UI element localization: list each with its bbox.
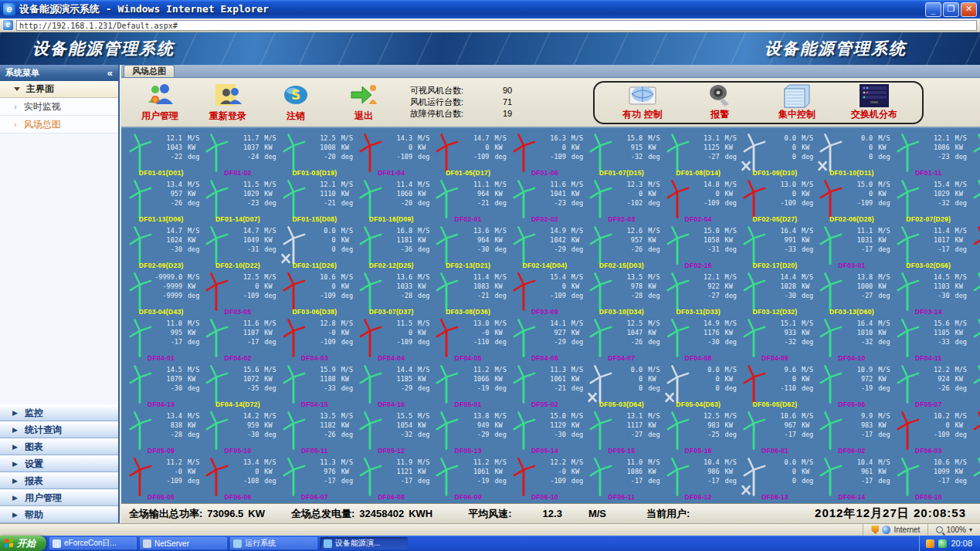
turbine-cell[interactable]: 11.9M/S1121KW-17degDF06-08	[353, 455, 429, 502]
users-shield-button[interactable]: 用户管理	[126, 82, 194, 123]
switch-rack-button[interactable]: 交换机分布	[836, 83, 913, 121]
turbine-cell[interactable]: 15.0M/S1058KW-31degDF02-16	[660, 224, 737, 270]
sidebar-accordion-item[interactable]: ▶图表	[0, 438, 118, 455]
turbine-cell[interactable]: 0.0M/S0KW0degDF05-04(D63)	[660, 363, 737, 409]
turbine-cell[interactable]: 11.2M/S1066KW-19degDF05-01	[429, 363, 506, 409]
sidebar-item-realtime-monitor[interactable]: ›实时监视	[0, 98, 118, 116]
turbine-cell[interactable]: 16.8M/S1181KW-36degDF02-12(D25)	[353, 224, 429, 270]
taskbar-task-button[interactable]: 运行系统	[230, 537, 317, 549]
turbine-cell[interactable]: 12.5M/S1047KW-26degDF04-07	[583, 316, 660, 363]
turbine-cell[interactable]: 10.4M/S986KW-17degDF06-12	[660, 455, 737, 502]
turbine-cell[interactable]: 14.9M/S1042KW-29degDF02-14(D04)	[507, 224, 583, 270]
turbine-cell[interactable]: 15.6M/S1105KW-33degDF04-11	[890, 316, 967, 363]
turbine-cell[interactable]: 12.1M/S1110KW-21degDF01-15(D08)	[276, 177, 353, 224]
power-control-button[interactable]: 有功 控制	[604, 83, 681, 121]
turbine-cell[interactable]: 14.5M/S1103KW-30degDF03-14	[890, 270, 967, 316]
turbine-cell[interactable]: 15.9M/S1188KW-33degDF04-15	[276, 363, 353, 409]
turbine-cell[interactable]: 10.6M/S1099KW-17degDF06-15	[890, 455, 967, 502]
url-input[interactable]: http://192.168.1.231/Default.aspx#	[16, 20, 977, 31]
turbine-cell[interactable]: 12.5M/S1008KW-20degDF01-03(D19)	[276, 131, 353, 177]
turbine-cell[interactable]: 11.1M/S1031KW-17degDF03-01	[813, 224, 890, 270]
sidebar-item-main[interactable]: 主界面	[0, 81, 118, 98]
turbine-cell[interactable]: 12.3M/S0KW-102degDF02-03	[583, 177, 660, 224]
turbine-cell[interactable]: 0.0M/S0KW0degDF01-10(D11)	[813, 131, 890, 177]
turbine-cell[interactable]: 15.4M/S0KW-109degDF03-09	[507, 270, 583, 316]
taskbar-task-button[interactable]: eForceCon日...	[49, 537, 137, 549]
sidebar-accordion-item[interactable]: ▶用户管理	[0, 489, 118, 506]
turbine-cell[interactable]: 14.9M/S1176KW-30degDF04-08	[660, 316, 737, 363]
turbine-cell[interactable]: 16.4M/S1010KW-32degDF04-10	[813, 316, 890, 363]
turbine-cell[interactable]: 15.4M/S1029KW-32degDF02-07(D29)	[890, 177, 967, 224]
turbine-cell[interactable]: 16.4M/S991KW-33degDF02-17(D20)	[737, 224, 813, 270]
turbine-cell[interactable]: 11.7M/S1037KW-24degDF01-02	[199, 131, 276, 177]
turbine-cell[interactable]: 15.0M/S0KW-109degDF02-06(D28)	[813, 177, 890, 224]
turbine-cell[interactable]: 11.1M/S964KW-21degDF02-01	[429, 177, 506, 224]
turbine-cell[interactable]: 11.5M/S1029KW-23degDF01-14(D07)	[199, 177, 276, 224]
taskbar-task-button[interactable]: NetServer	[140, 537, 227, 549]
tab-wind-farm-overview[interactable]: 风场总图	[124, 65, 175, 77]
relogin-users-button[interactable]: 重新登录	[194, 82, 262, 123]
turbine-cell[interactable]: 14.8M/S0KW-109degDF02-04	[660, 177, 737, 224]
turbine-cell[interactable]: 12.6M/S944KW-28degDF03-15	[967, 270, 980, 316]
start-button[interactable]: 开始	[0, 536, 46, 551]
turbine-cell[interactable]: 10.6M/S967KW-17degDF06-01	[737, 409, 813, 455]
turbine-cell[interactable]: 13.8M/S949KW-29degDF05-13	[429, 409, 506, 455]
turbine-cell[interactable]: 14.7M/S1024KW-30degDF02-09(D23)	[123, 224, 199, 270]
turbine-cell[interactable]: 12.2M/S1005KW-24degDF05-08	[967, 363, 980, 409]
turbine-cell[interactable]: 12.5M/S0KW-109degDF03-05	[199, 270, 276, 316]
collapse-sidebar-button[interactable]: «	[107, 67, 113, 79]
central-control-button[interactable]: 集中控制	[758, 83, 836, 121]
sidebar-accordion-item[interactable]: ▶设置	[0, 455, 118, 472]
turbine-cell[interactable]: 11.3M/S1061KW-21degDF05-02	[507, 363, 583, 409]
turbine-cell[interactable]: -9999.0M/S-9999KW-9999degDF03-04(D43)	[123, 270, 199, 316]
turbine-cell[interactable]: 12.1M/S1043KW-22degDF01-01(D01)	[123, 131, 199, 177]
turbine-cell[interactable]: 15.0M/S1129KW-30degDF05-14	[507, 409, 583, 455]
turbine-cell[interactable]: 0.0M/S0KW0degDF06-13	[737, 455, 813, 502]
turbine-cell[interactable]: 15.1M/S933KW-32degDF04-09	[737, 316, 813, 363]
turbine-cell[interactable]: 11.4M/S1060KW-20degDF01-16(D09)	[353, 177, 429, 224]
turbine-cell[interactable]: 11.2M/S-0KW-109degDF06-05	[123, 455, 199, 502]
maximize-button[interactable]: ❐	[943, 2, 959, 17]
turbine-cell[interactable]: 13.1M/S1125KW-27degDF01-08(D14)	[660, 131, 737, 177]
sidebar-accordion-item[interactable]: ▶统计查询	[0, 421, 118, 438]
turbine-cell[interactable]: 16.3M/S0KW-109degDF01-06	[507, 131, 583, 177]
sidebar-accordion-item[interactable]: ▶监控	[0, 404, 118, 421]
turbine-cell[interactable]: 12.1M/S922KW-27degDF03-11(D33)	[660, 270, 737, 316]
turbine-cell[interactable]: 10.6M/S0KW-109degDF03-06(D38)	[276, 270, 353, 316]
turbine-cell[interactable]: 13.6M/S1077KW-26degDF02-08	[967, 177, 980, 224]
turbine-cell[interactable]: 12.2M/S924KW-26degDF05-07	[890, 363, 967, 409]
turbine-cell[interactable]: 12.2M/S-0KW-109degDF06-10	[507, 455, 583, 502]
turbine-cell[interactable]: 13.4M/S0KW-108degDF06-06	[199, 455, 276, 502]
turbine-cell[interactable]: 12.6M/S0KW-109degDF03-03(D55)	[967, 224, 980, 270]
turbine-cell[interactable]: 13.6M/S1033KW-28degDF03-07(D37)	[353, 270, 429, 316]
turbine-cell[interactable]: 10.9M/S972KW-19degDF05-06	[813, 363, 890, 409]
turbine-cell[interactable]: 12.1M/S1086KW-23degDF01-11	[890, 131, 967, 177]
exit-arrow-button[interactable]: 退出	[330, 82, 398, 123]
turbine-cell[interactable]: 11.5M/S0KW-109degDF04-04	[353, 316, 429, 363]
turbine-cell[interactable]: 12.6M/S957KW-26degDF02-15(D03)	[583, 224, 660, 270]
turbine-cell[interactable]: 11.3M/S976KW-17degDF06-07	[276, 455, 353, 502]
turbine-cell[interactable]: 10.4M/S961KW-17degDF06-14	[813, 455, 890, 502]
turbine-cell[interactable]: 15.6M/S1072KW-35degDF04-14(D72)	[199, 363, 276, 409]
turbine-cell[interactable]: 14.7M/S1049KW-31degDF02-10(D22)	[199, 224, 276, 270]
turbine-cell[interactable]: 9.9M/S983KW-17degDF06-02	[813, 409, 890, 455]
turbine-cell[interactable]: 12.8M/S-0KW-109degDF04-03	[276, 316, 353, 363]
sidebar-accordion-item[interactable]: ▶帮助	[0, 506, 118, 523]
turbine-cell[interactable]: 14.3M/S0KW-109degDF01-04	[353, 131, 429, 177]
turbine-cell[interactable]: 13.5M/S1182KW-26degDF05-11	[276, 409, 353, 455]
turbine-cell[interactable]: 15.5M/S1054KW-32degDF05-12	[353, 409, 429, 455]
turbine-cell[interactable]: 14.7M/S0KW-109degDF01-05(D17)	[429, 131, 506, 177]
turbine-cell[interactable]: 14.1M/S1113KW-29degDF04-12	[967, 316, 980, 363]
turbine-cell[interactable]: 11.6M/S1107KW-17degDF04-02	[199, 316, 276, 363]
turbine-cell[interactable]: 13.6M/S964KW-30degDF02-13(D21)	[429, 224, 506, 270]
turbine-cell[interactable]: 10.2M/S0KW-109degDF06-03	[890, 409, 967, 455]
turbine-cell[interactable]: 0.0M/S0KW0degDF01-09(D10)	[737, 131, 813, 177]
turbine-cell[interactable]: 13.0M/S-0KW-110degDF04-05	[429, 316, 506, 363]
logout-sphere-button[interactable]: S注销	[262, 82, 330, 123]
zoom-control[interactable]: 100% ▾	[927, 524, 980, 536]
turbine-cell[interactable]: 13.4M/S957KW-26degDF01-13(D06)	[123, 177, 199, 224]
turbine-cell[interactable]: 13.4M/S838KW-28degDF05-09	[123, 409, 199, 455]
turbine-cell[interactable]: 11.4M/S1017KW-17degDF03-02(D56)	[890, 224, 967, 270]
turbine-cell[interactable]: 14.5M/S1079KW-30degDF04-13	[123, 363, 199, 409]
close-button[interactable]: ✕	[961, 2, 977, 17]
